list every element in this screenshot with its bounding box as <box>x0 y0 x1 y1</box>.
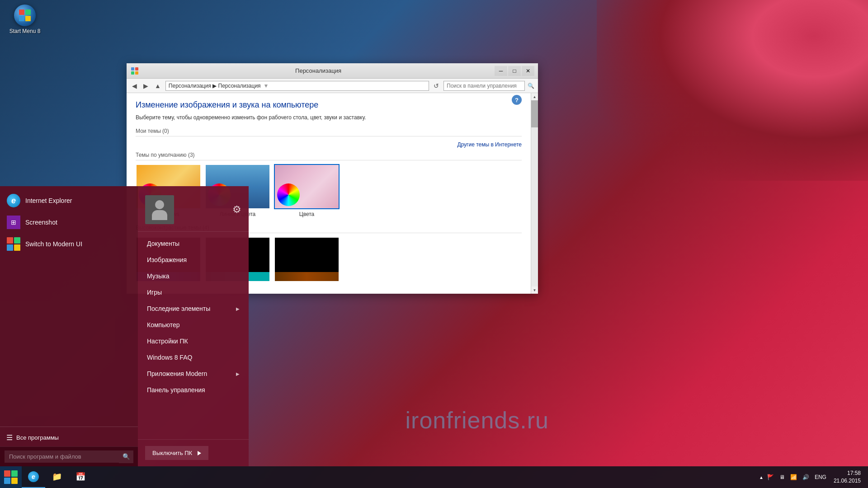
window-controls: ─ □ ✕ <box>495 66 534 76</box>
window-titlebar: Персонализация ─ □ ✕ <box>127 63 538 79</box>
start-app-ie[interactable]: Internet Explorer <box>0 190 138 211</box>
window-addressbar: ◀ ▶ ▲ Персонализация ▶ Персонализация ▼ … <box>127 79 538 93</box>
help-button[interactable]: ? <box>512 95 522 105</box>
menu-item-recent[interactable]: Последние элементы ▶ <box>138 300 249 317</box>
menu-item-win8faq[interactable]: Windows 8 FAQ <box>138 349 249 366</box>
tray-chevron-icon[interactable]: ▲ <box>759 475 764 480</box>
start-app-modern-ui[interactable]: Switch to Modern UI <box>0 233 138 255</box>
search-button[interactable]: 🔍 <box>119 450 133 463</box>
maximize-button[interactable]: □ <box>508 66 521 76</box>
desktop-icon-startmenu8[interactable]: Start Menu 8 <box>5 5 45 34</box>
start-apps-list: Internet Explorer Screenshot Swit <box>0 186 138 425</box>
search-input[interactable] <box>443 81 525 91</box>
colors-theme-bg <box>275 165 339 208</box>
refresh-button[interactable]: ↺ <box>432 81 441 90</box>
menu-item-win8faq-label: Windows 8 FAQ <box>147 354 192 361</box>
menu-item-documents[interactable]: Документы <box>138 235 249 252</box>
taskbar-calendar-button[interactable]: 📅 <box>69 466 92 488</box>
theme-colors-name: Цвета <box>274 211 340 217</box>
search-icon[interactable]: 🔍 <box>528 83 534 89</box>
scroll-thumb[interactable] <box>531 100 538 127</box>
tray-language[interactable]: ENG <box>813 474 828 480</box>
close-button[interactable]: ✕ <box>522 66 534 76</box>
settings-gear-icon[interactable]: ⚙ <box>232 204 241 216</box>
taskbar-explorer-button[interactable]: 📁 <box>45 466 69 488</box>
taskbar-start-button[interactable] <box>0 466 22 488</box>
back-button[interactable]: ◀ <box>130 81 139 90</box>
menu-item-games-label: Игры <box>147 289 162 296</box>
other-themes-link: Другие темы в Интернете <box>136 140 522 148</box>
avatar-silhouette <box>148 198 171 221</box>
menu-item-settings[interactable]: Настройки ПК <box>138 333 249 349</box>
shutdown-area: Выключить ПК <box>138 439 249 466</box>
taskbar-calendar-icon: 📅 <box>75 471 86 482</box>
minimize-button[interactable]: ─ <box>495 66 507 76</box>
taskbar: e 📁 📅 ▲ 🚩 🖥 📶 🔊 ENG 17:58 21.06.2015 <box>0 466 868 488</box>
taskbar-explorer-icon: 📁 <box>52 471 62 482</box>
scroll-up-button[interactable]: ▲ <box>531 93 538 100</box>
all-programs-label: Все программы <box>16 434 59 441</box>
start-divider <box>0 427 138 427</box>
start-menu-8-icon <box>14 5 36 26</box>
watermark-text: ironfriends.ru <box>406 407 549 434</box>
tray-volume-icon[interactable]: 🔊 <box>801 474 811 480</box>
my-themes-label: Мои темы (0) <box>136 128 522 136</box>
other-themes-link-text[interactable]: Другие темы в Интернете <box>457 141 522 148</box>
menu-item-control[interactable]: Панель управления <box>138 382 249 398</box>
user-header: ⚙ <box>138 186 249 232</box>
user-avatar[interactable] <box>145 195 174 224</box>
search-field[interactable] <box>5 450 119 463</box>
shutdown-arrow-icon <box>198 451 201 455</box>
theme-colors[interactable]: Цвета <box>274 164 340 217</box>
scroll-track[interactable] <box>531 100 538 286</box>
menu-item-music[interactable]: Музыка <box>138 268 249 284</box>
flower-decoration <box>597 0 868 181</box>
tray-flag-icon[interactable]: 🚩 <box>765 474 776 480</box>
address-path[interactable]: Персонализация ▶ Персонализация ▼ <box>165 81 429 91</box>
shutdown-label: Выключить ПК <box>152 450 192 456</box>
start-menu-items: Документы Изображения Музыка Игры Послед… <box>138 232 249 439</box>
menu-item-recent-label: Последние элементы <box>147 305 210 312</box>
tray-network-icon[interactable]: 📶 <box>788 474 799 480</box>
hamburger-icon: ☰ <box>6 433 13 442</box>
default-themes-label: Темы по умолчанию (3) <box>136 152 522 160</box>
svg-rect-1 <box>135 67 138 70</box>
start-menu-8-label: Start Menu 8 <box>9 28 41 34</box>
hc-theme-3[interactable] <box>274 237 340 282</box>
menu-item-computer-label: Компьютер <box>147 321 179 328</box>
hc-theme-3-thumbnail <box>274 237 340 282</box>
avatar-head <box>155 200 164 209</box>
forward-button[interactable]: ▶ <box>142 81 150 90</box>
scroll-down-button[interactable]: ▼ <box>531 286 538 294</box>
avatar-body <box>152 210 167 220</box>
start-menu: Internet Explorer Screenshot Swit <box>0 186 249 466</box>
tray-datetime[interactable]: 17:58 21.06.2015 <box>830 469 864 485</box>
menu-item-computer[interactable]: Компьютер <box>138 317 249 333</box>
all-programs-button[interactable]: ☰ Все программы <box>0 429 138 446</box>
menu-item-modern-label: Приложения Modern <box>147 370 207 377</box>
address-text: Персонализация ▶ Персонализация <box>169 83 261 89</box>
scrollbar[interactable]: ▲ ▼ <box>531 93 538 294</box>
start-app-screenshot-label: Screenshot <box>25 219 57 226</box>
ie-icon <box>6 193 21 208</box>
menu-item-modern[interactable]: Приложения Modern ▶ <box>138 366 249 382</box>
start-menu-left-panel: Internet Explorer Screenshot Swit <box>0 186 138 466</box>
start-menu-right-panel: ⚙ Документы Изображения Музыка Игры Посл… <box>138 186 249 466</box>
menu-item-images-label: Изображения <box>147 256 187 263</box>
start-app-modern-label: Switch to Modern UI <box>25 240 82 248</box>
theme-colors-thumbnail <box>274 164 340 209</box>
up-button[interactable]: ▲ <box>153 81 163 90</box>
recent-arrow-icon: ▶ <box>236 306 240 311</box>
menu-item-games[interactable]: Игры <box>138 284 249 300</box>
shutdown-button[interactable]: Выключить ПК <box>145 446 208 460</box>
svg-rect-2 <box>131 71 134 75</box>
taskbar-ie-icon: e <box>28 471 39 482</box>
modern-ui-icon <box>6 237 21 251</box>
tray-date: 21.06.2015 <box>834 477 861 485</box>
start-app-screenshot[interactable]: Screenshot <box>0 211 138 233</box>
menu-item-images[interactable]: Изображения <box>138 252 249 268</box>
tray-monitor-icon[interactable]: 🖥 <box>778 474 787 480</box>
menu-item-control-label: Панель управления <box>147 386 205 394</box>
colors-color-wheel <box>277 183 300 206</box>
taskbar-ie-button[interactable]: e <box>22 466 45 488</box>
